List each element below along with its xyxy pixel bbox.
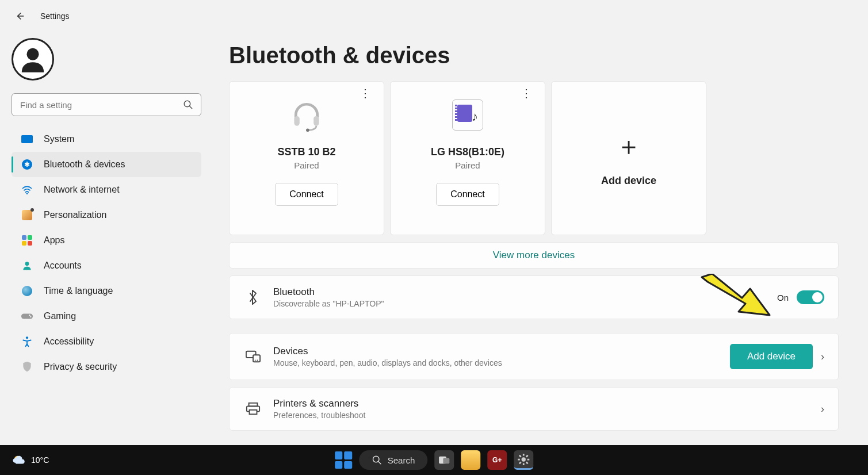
- svg-line-22: [378, 461, 381, 464]
- printer-icon: [246, 401, 261, 416]
- nav-item-privacy-security[interactable]: Privacy & security: [12, 354, 201, 380]
- search-input[interactable]: [12, 93, 201, 116]
- printers-row[interactable]: Printers & scanners Preferences, trouble…: [229, 387, 839, 431]
- taskbar-search-label: Search: [388, 455, 415, 465]
- add-device-button[interactable]: Add device: [730, 344, 813, 369]
- nav-item-accessibility[interactable]: Accessibility: [12, 329, 201, 354]
- svg-line-2: [189, 106, 192, 109]
- svg-point-4: [25, 262, 29, 266]
- sidebar: System ✱Bluetooth & devices Network & in…: [0, 32, 213, 445]
- monitor-icon: [21, 135, 33, 143]
- svg-point-8: [26, 336, 28, 339]
- person-icon: [17, 43, 49, 75]
- device-more-button[interactable]: ⋮: [360, 90, 371, 97]
- media-device-icon: ♪: [450, 98, 485, 132]
- title-bar: Settings: [0, 0, 868, 32]
- bluetooth-icon: [246, 290, 261, 305]
- chevron-right-icon[interactable]: ›: [821, 403, 824, 415]
- devices-row-title: Devices: [273, 346, 717, 357]
- app-title: Settings: [40, 12, 70, 21]
- start-button[interactable]: [335, 451, 352, 469]
- nav-item-system[interactable]: System: [12, 127, 201, 152]
- device-card-media[interactable]: ⋮ ♪ LG HS8(B1:0E) Paired Connect: [390, 81, 545, 235]
- view-more-devices[interactable]: View more devices: [229, 242, 839, 269]
- printers-row-subtitle: Preferences, troubleshoot: [273, 411, 808, 420]
- svg-line-30: [519, 455, 521, 457]
- device-status: Paired: [294, 160, 319, 170]
- svg-rect-24: [443, 458, 449, 463]
- brush-icon: [22, 210, 32, 220]
- taskbar-file-explorer[interactable]: [461, 450, 480, 470]
- nav-item-gaming[interactable]: Gaming: [12, 304, 201, 329]
- accessibility-icon: [21, 335, 33, 348]
- devices-row[interactable]: Devices Mouse, keyboard, pen, audio, dis…: [229, 333, 839, 380]
- device-name: SSTB 10 B2: [277, 146, 335, 158]
- taskbar-weather[interactable]: 10°C: [0, 453, 49, 468]
- svg-rect-13: [253, 355, 260, 362]
- page-title: Bluetooth & devices: [229, 43, 846, 68]
- chevron-right-icon[interactable]: ›: [821, 351, 824, 363]
- nav-label: Bluetooth & devices: [44, 159, 125, 170]
- svg-point-0: [27, 48, 39, 60]
- device-connect-button[interactable]: Connect: [436, 183, 499, 206]
- nav-label: Personalization: [44, 210, 106, 220]
- main-content: Bluetooth & devices ⋮ SSTB 10 B2 Paired …: [213, 32, 868, 445]
- device-name: LG HS8(B1:0E): [431, 146, 504, 158]
- svg-point-3: [26, 193, 28, 194]
- svg-point-6: [29, 315, 30, 316]
- nav-label: Accessibility: [44, 336, 94, 347]
- search-box[interactable]: [12, 93, 206, 116]
- nav-label: Apps: [44, 235, 64, 246]
- taskbar-app-pinned[interactable]: G+: [487, 450, 507, 470]
- svg-rect-5: [21, 313, 33, 319]
- svg-point-25: [522, 457, 526, 461]
- back-button[interactable]: [13, 9, 26, 23]
- nav-item-bluetooth-devices[interactable]: ✱Bluetooth & devices: [12, 152, 201, 177]
- svg-rect-18: [250, 410, 257, 414]
- bluetooth-row-subtitle: Discoverable as "HP-LAPTOP": [273, 299, 764, 308]
- printers-row-title: Printers & scanners: [273, 398, 808, 409]
- wifi-icon: [21, 183, 33, 196]
- add-device-tile[interactable]: ＋ Add device: [551, 81, 706, 235]
- task-view-icon: [438, 455, 450, 465]
- taskbar-settings[interactable]: [514, 450, 533, 470]
- nav-item-network-internet[interactable]: Network & internet: [12, 177, 201, 202]
- taskbar-task-view[interactable]: [434, 450, 454, 470]
- nav-list: System ✱Bluetooth & devices Network & in…: [12, 127, 206, 380]
- svg-line-33: [526, 455, 528, 457]
- devices-icon: [246, 349, 261, 364]
- nav-label: Privacy & security: [44, 362, 117, 372]
- nav-item-apps[interactable]: Apps: [12, 228, 201, 253]
- account-icon: [21, 259, 33, 272]
- nav-label: System: [44, 134, 74, 144]
- device-tiles: ⋮ SSTB 10 B2 Paired Connect ⋮ ♪ LG HS8(B…: [229, 81, 846, 235]
- svg-line-32: [519, 462, 521, 463]
- add-device-label: Add device: [601, 175, 656, 187]
- gamepad-icon: [21, 310, 33, 323]
- device-more-button[interactable]: ⋮: [521, 90, 532, 97]
- nav-item-accounts[interactable]: Accounts: [12, 253, 201, 278]
- svg-point-15: [257, 360, 258, 361]
- device-connect-button[interactable]: Connect: [275, 183, 338, 206]
- bluetooth-toggle-label: On: [777, 293, 789, 302]
- svg-point-11: [306, 128, 309, 132]
- search-icon: [183, 99, 193, 110]
- taskbar-search[interactable]: Search: [359, 450, 428, 470]
- headset-icon: [289, 98, 324, 132]
- globe-icon: [22, 286, 32, 296]
- bluetooth-toggle[interactable]: [797, 290, 824, 304]
- svg-rect-9: [294, 116, 299, 126]
- device-card-headset[interactable]: ⋮ SSTB 10 B2 Paired Connect: [229, 81, 384, 235]
- weather-icon: [12, 453, 26, 468]
- nav-label: Accounts: [44, 261, 82, 271]
- nav-label: Gaming: [44, 311, 76, 321]
- plus-icon: ＋: [616, 129, 641, 163]
- nav-label: Time & language: [44, 286, 113, 296]
- nav-label: Network & internet: [44, 185, 120, 195]
- user-avatar[interactable]: [12, 38, 54, 81]
- back-arrow-icon: [14, 10, 25, 22]
- nav-item-time-language[interactable]: Time & language: [12, 278, 201, 304]
- nav-item-personalization[interactable]: Personalization: [12, 202, 201, 228]
- svg-line-31: [526, 462, 528, 463]
- taskbar-temperature: 10°C: [31, 455, 49, 465]
